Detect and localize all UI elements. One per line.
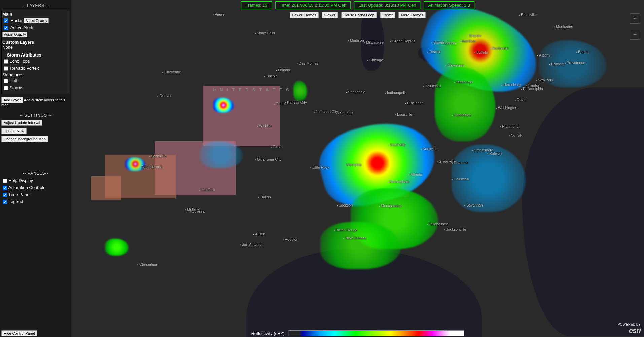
city-label: Little Rock [310,165,329,170]
main-heading: Main [2,12,69,17]
city-label: Toronto [467,34,481,38]
panel-row-time-panel[interactable]: Time Panel [1,192,70,198]
city-label: San Antonio [240,242,261,246]
active-alerts-label: Active Alerts [10,25,35,30]
city-label: Indianapolis [385,91,407,95]
speed-status: Animation Speed: 3.3 [424,1,474,9]
city-label: Austin [253,232,265,236]
panel-checkbox[interactable] [3,200,7,204]
zoom-out-button[interactable]: − [630,30,640,40]
radar-storm-central [312,111,443,215]
lake-michigan [361,10,384,71]
echo-tops-row[interactable]: Echo Tops [2,58,69,65]
tornado-vortex-row[interactable]: Tornado Vortex [2,65,69,72]
city-label: Des Moines [297,61,318,65]
city-label: Chihuahua [137,262,157,266]
radar-storm-tx2 [105,239,129,256]
more-frames-button[interactable]: More Frames [399,12,425,18]
legend-label: Reflectivity (dBZ): [251,331,286,336]
update-now-button[interactable]: Update Now [1,128,27,134]
city-label: Lubbock [199,188,215,192]
city-label: Raleigh [487,151,502,155]
city-label: Madison [348,38,364,42]
radar-layer-row[interactable]: Radar Adjust Opacity [2,17,69,24]
city-label: Omaha [276,68,290,72]
city-label: Midland [185,207,200,211]
control-panel: -- LAYERS -- Main Radar Adjust Opacity A… [0,0,71,337]
map-canvas[interactable]: Frames: 13 Time: 2017/06/15 2:15:00 PM C… [71,0,644,337]
city-label: Richmond [500,124,519,128]
faster-button[interactable]: Faster [380,12,395,18]
tornado-vortex-checkbox[interactable] [4,66,8,71]
radar-supercell-ks [213,98,234,113]
radar-storm-ne2 [539,40,606,87]
city-label: Savannah [464,203,483,207]
city-label: Oklahoma City [255,157,281,161]
pause-radar-loop-button[interactable]: Pause Radar Loop [341,12,377,18]
city-label: Jacksonville [444,227,466,231]
panel-checkbox[interactable] [3,186,7,190]
city-label: Hartford [549,62,565,66]
layers-box[interactable]: Main Radar Adjust Opacity Active Alerts … [1,10,70,94]
panel-row-help-display[interactable]: Help Display [1,178,70,184]
storms-row[interactable]: Storms [2,85,69,91]
city-label: Greensboro [472,148,493,152]
signatures-heading: Signatures [2,72,69,77]
city-label: Norfolk [509,133,523,137]
change-background-map-button[interactable]: Change Background Map [1,136,48,142]
esri-brand: esri [618,326,641,335]
echo-tops-checkbox[interactable] [4,59,8,64]
slower-button[interactable]: Slower [322,12,338,18]
city-label: Charleston [452,113,471,117]
panel-label: Legend [8,199,23,204]
alerts-opacity-button[interactable]: Adjust Opacity [2,32,27,37]
panel-checkbox[interactable] [3,193,7,197]
city-label: Brockville [519,13,537,17]
panel-label: Help Display [8,178,33,183]
panel-row-animation-controls[interactable]: Animation Controls [1,185,70,191]
status-bar: Frames: 13 Time: 2017/06/15 2:15:00 PM C… [241,1,474,9]
hail-row[interactable]: Hail [2,78,69,84]
fewer-frames-button[interactable]: Fewer Frames [290,12,319,18]
city-label: Providence [565,61,585,65]
city-label: Nashville [388,143,405,147]
radar-storm-ok [199,141,243,168]
storms-checkbox[interactable] [4,86,8,90]
active-alerts-checkbox[interactable] [4,26,8,30]
animation-controls: Fewer Frames Slower Pause Radar Loop Fas… [290,12,426,18]
radar-opacity-button[interactable]: Adjust Opacity [24,18,49,23]
hail-checkbox[interactable] [4,79,8,83]
add-layer-button[interactable]: Add Layer [1,97,23,103]
panels-title: -- PANELS-- [1,171,70,176]
radar-storm-se [351,188,438,249]
city-label: Columbia [452,177,469,181]
layers-title: -- LAYERS -- [1,3,70,8]
city-label: Jackson [337,203,353,207]
panel-checkbox[interactable] [3,179,7,183]
panel-row-legend[interactable]: Legend [1,199,70,205]
city-label: Sarnia [431,40,444,44]
city-label: Harrisburg [501,83,521,87]
city-label: Hamilton [459,39,475,43]
city-label: Baton Rouge [334,228,357,232]
radar-storm-pa [435,67,495,141]
city-label: Cleveland [445,63,464,67]
city-label: Washington [496,106,517,110]
custom-layers-none: None [2,45,69,50]
city-label: Sioux Falls [255,31,275,35]
city-label: Kansas City [285,100,307,104]
active-alerts-row[interactable]: Active Alerts [2,25,69,31]
alert-poly-tx [105,155,176,198]
city-label: Rochester [490,46,509,50]
zoom-in-button[interactable]: + [630,13,640,24]
city-label: Atlanta [408,172,422,176]
hide-control-panel-button[interactable]: Hide Control Panel [1,330,37,336]
city-label: Birmingham [388,180,409,184]
panel-label: Time Panel [8,192,30,197]
radar-checkbox[interactable] [4,18,8,23]
city-label: Charlotte [452,161,469,165]
adjust-update-interval-button[interactable]: Adjust Update Interval [1,120,42,126]
tornado-vortex-label: Tornado Vortex [9,66,39,71]
country-label: U N I T E D S T A T E S [213,87,290,92]
city-label: Dallas [258,195,271,199]
